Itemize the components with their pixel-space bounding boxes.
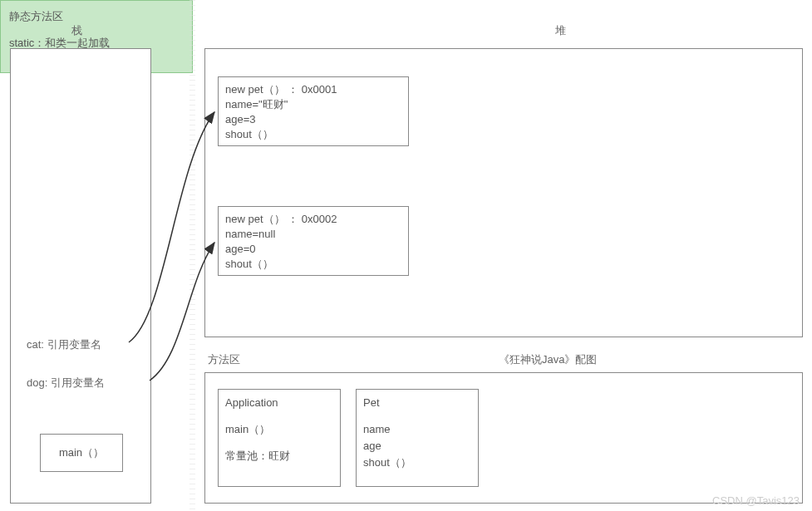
stack-title: 栈 <box>71 23 82 38</box>
heap-object-2: new pet（） ： 0x0002 name=null age=0 shout… <box>218 206 409 276</box>
obj1-line4: shout（） <box>225 127 401 142</box>
pet-title: Pet <box>363 395 471 411</box>
stack-main-frame: main（） <box>40 434 123 472</box>
obj1-line3: age=3 <box>225 112 401 127</box>
obj2-line1: new pet（） ： 0x0002 <box>225 212 401 227</box>
method-area-title: 方法区 <box>208 352 240 367</box>
pet-method-shout: shout（） <box>363 454 471 471</box>
pet-field-age: age <box>363 438 471 454</box>
obj2-line2: name=null <box>225 227 401 242</box>
obj2-line3: age=0 <box>225 242 401 257</box>
dog-variable-label: dog: 引用变量名 <box>27 376 105 391</box>
method-area-application: Application main（） 常量池：旺财 <box>218 389 341 487</box>
static-area-title: 静态方法区 <box>9 7 184 26</box>
heap-title: 堆 <box>555 23 566 38</box>
obj2-line4: shout（） <box>225 257 401 272</box>
application-const-pool: 常量池：旺财 <box>225 448 333 464</box>
watermark: CSDN @Tavis123 <box>712 494 800 507</box>
obj1-line2: name="旺财" <box>225 97 401 112</box>
book-title: 《狂神说Java》配图 <box>499 352 597 367</box>
method-area-pet: Pet name age shout（） <box>356 389 479 487</box>
pet-field-name: name <box>363 421 471 438</box>
cat-variable-label: cat: 引用变量名 <box>27 337 101 352</box>
heap-object-1: new pet（） ： 0x0001 name="旺财" age=3 shout… <box>218 76 409 146</box>
application-main: main（） <box>225 421 333 438</box>
obj1-line1: new pet（） ： 0x0001 <box>225 82 401 97</box>
application-title: Application <box>225 395 333 411</box>
main-label: main（） <box>59 445 104 460</box>
